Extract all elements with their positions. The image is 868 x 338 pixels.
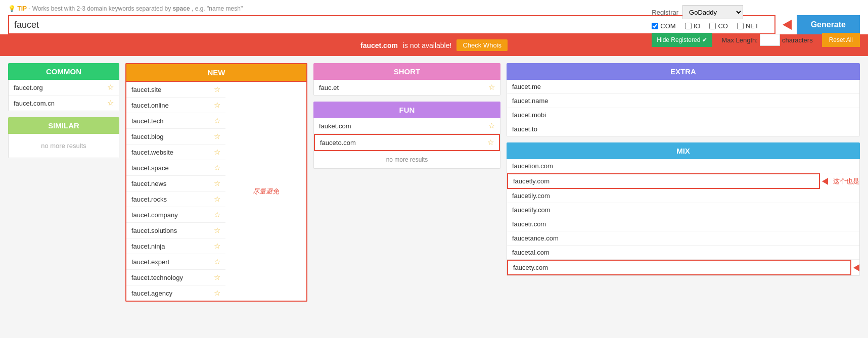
star-icon[interactable]: ☆ [214,132,220,141]
registrar-section: Registrar GoDaddy COM IO CO [652,5,860,47]
mix-card-body: faucetion.com faucetly.com 这个也是 faucetil… [507,159,860,276]
domain-text: faucet.com.cn [14,100,55,107]
max-length-input[interactable] [760,34,780,46]
max-length-suffix: characters [782,36,813,44]
star-icon[interactable]: ☆ [214,163,220,172]
star-icon[interactable]: ☆ [214,148,220,157]
domain-text: faucet.website [131,149,173,156]
domain-text: faucet.company [131,211,178,219]
faucetly-highlighted-item: faucetly.com [507,173,820,189]
list-item: faucet.online ☆ [126,98,225,113]
fun-card: FUN fauket.com ☆ fauceto.com ☆ no more r… [313,102,500,169]
com-checkbox-label[interactable]: COM [652,22,675,30]
domain-text: faucet.online [131,102,169,109]
star-icon[interactable]: ☆ [214,179,220,188]
co-checkbox[interactable] [709,23,716,29]
list-item: faucetr.com [507,217,859,231]
short-card: SHORT fauc.et ☆ [313,63,500,95]
registrar-row: Registrar GoDaddy [652,5,743,19]
list-item: faucet.agency ☆ [126,285,225,301]
domain-text: faucetance.com [512,234,559,242]
co-checkbox-label[interactable]: CO [709,22,728,30]
star-icon[interactable]: ☆ [487,138,494,147]
star-icon[interactable]: ☆ [214,116,220,125]
star-icon[interactable]: ☆ [107,83,114,92]
list-item: faucet.to [507,122,859,136]
io-checkbox-label[interactable]: IO [685,22,701,30]
similar-card-body: no more results [8,134,119,158]
domain-text: faucet.blog [131,133,164,140]
domain-text: faucet.space [131,164,169,172]
reset-all-button[interactable]: Reset All [822,33,860,47]
unavailable-text: is not available! [403,41,452,50]
star-icon[interactable]: ☆ [488,121,495,130]
domain-text: faucet.me [512,83,541,90]
star-icon[interactable]: ☆ [214,257,220,266]
list-item: faucetion.com [507,159,859,173]
list-item: faucet.website ☆ [126,144,225,160]
domain-text: faucet.ninja [131,243,165,250]
net-checkbox[interactable] [737,23,744,29]
faucety-row-wrapper: faucety.com [507,260,859,275]
hide-registered-button[interactable]: Hide Registered ✔ [652,33,712,47]
domain-text: faucet.rocks [131,196,167,203]
list-item: faucet.expert ☆ [126,254,225,270]
similar-header: SIMILAR [8,117,119,134]
list-item: faucet.name [507,94,859,108]
star-icon[interactable]: ☆ [214,242,220,251]
star-icon[interactable]: ☆ [107,99,114,108]
list-item: faucet.com.cn ☆ [9,95,119,111]
domain-text: faucet.technology [131,274,183,281]
star-icon[interactable]: ☆ [214,210,220,219]
short-card-body: fauc.et ☆ [313,80,500,95]
star-icon[interactable]: ☆ [214,85,220,94]
list-item: faucet.mobi [507,108,859,122]
tip-label: TIP [17,5,27,12]
avoid-annotation: 尽量避免 [251,185,281,198]
new-header: NEW [125,63,307,82]
io-checkbox[interactable] [685,23,692,29]
list-item: faucet.me [507,80,859,94]
domain-text: faucetily.com [512,192,550,200]
tip-bold: space [173,5,190,12]
star-icon[interactable]: ☆ [214,226,220,235]
domain-text: faucet.tech [131,117,164,125]
domain-text: faucetion.com [512,162,553,170]
common-card: COMMON faucet.org ☆ faucet.com.cn ☆ [8,63,119,111]
domain-text: faucet.news [131,180,166,187]
star-icon[interactable]: ☆ [214,273,220,282]
faucety-arrow [853,264,859,271]
mix-header: MIX [507,142,860,159]
arrow-left-icon [822,178,828,185]
list-item: fauc.et ☆ [314,80,500,95]
max-length-area: Max Length: characters [721,34,812,46]
star-icon[interactable]: ☆ [214,101,220,110]
similar-card: SIMILAR no more results [8,117,119,158]
list-item: faucet.tech ☆ [126,113,225,129]
star-icon[interactable]: ☆ [214,288,220,298]
domain-text: fauket.com [319,122,351,130]
new-card-body: faucet.site ☆ faucet.online ☆ faucet.tec… [125,82,307,302]
faucetly-arrow: 这个也是 [822,177,859,186]
list-item: faucet.space ☆ [126,160,225,176]
list-item: faucetily.com [507,189,859,203]
net-label: NET [746,22,759,30]
registrar-select[interactable]: GoDaddy [682,5,743,19]
domain-text: faucet.org [14,84,43,91]
fun-header: FUN [313,102,500,118]
fun-card-body: fauket.com ☆ fauceto.com ☆ no more resul… [313,118,500,169]
faucetly-annotation: 这个也是 [833,177,859,186]
options-row: COM IO CO NET [652,22,759,30]
com-label: COM [660,22,675,30]
check-whois-button[interactable]: Check Whois [456,39,508,51]
main-content: COMMON faucet.org ☆ faucet.com.cn ☆ SIMI… [0,56,868,309]
star-icon[interactable]: ☆ [214,195,220,204]
domain-text: faucet.name [512,97,549,105]
net-checkbox-label[interactable]: NET [737,22,759,30]
col-common-similar: COMMON faucet.org ☆ faucet.com.cn ☆ SIMI… [8,63,119,302]
star-icon[interactable]: ☆ [488,83,495,92]
com-checkbox[interactable] [652,23,658,29]
common-card-body: faucet.org ☆ faucet.com.cn ☆ [8,80,119,111]
list-item: faucet.blog ☆ [126,129,225,144]
tip-text: - Works best with 2-3 domain keywords se… [28,5,172,12]
